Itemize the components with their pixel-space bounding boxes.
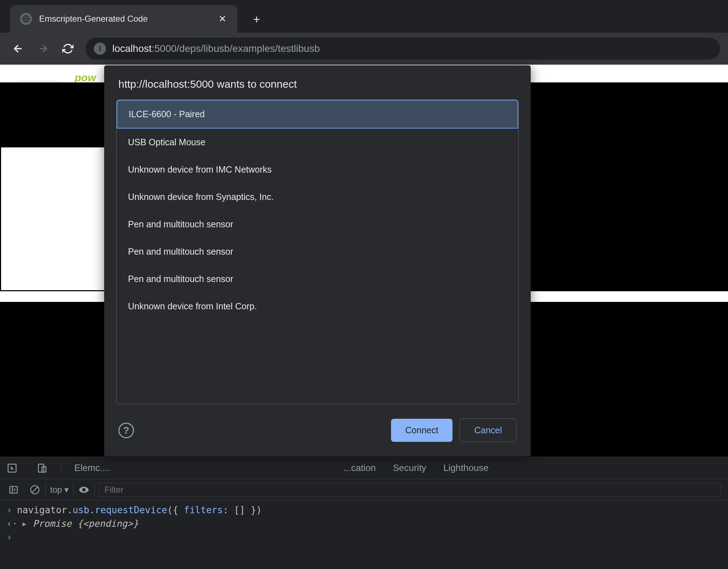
device-item[interactable]: ILCE-6600 - Paired [117,100,518,129]
device-item[interactable]: Pen and multitouch sensor [117,265,518,293]
device-item[interactable]: Unknown device from Synaptics, Inc. [117,183,518,211]
tab-security[interactable]: Security [393,462,426,473]
console-toolbar: top ▾ [0,479,728,500]
prompt-in-icon: › [6,505,12,515]
help-icon[interactable]: ? [118,423,134,438]
inspect-icon[interactable] [6,462,18,475]
new-tab-button[interactable]: + [246,9,267,30]
dialog-title: http://localhost:5000 wants to connect [104,65,531,99]
device-list: ILCE-6600 - Paired USB Optical Mouse Unk… [116,99,519,404]
console-input-line[interactable]: › navigator.usb.requestDevice({ filters:… [0,503,728,517]
device-toggle-icon[interactable] [36,462,48,475]
devtools-tabs: Elemc.... ...cation Security Lighthouse [0,457,728,479]
info-icon[interactable]: i [94,43,106,55]
prompt-in-icon: › [6,532,12,542]
devtools-panel: Elemc.... ...cation Security Lighthouse … [0,457,728,569]
console-prompt-line[interactable]: › [0,530,728,544]
svg-rect-4 [10,486,17,493]
close-icon[interactable]: ✕ [218,14,228,24]
connect-button[interactable]: Connect [391,419,453,442]
console-output-line[interactable]: ‹· ▶ Promise {<pending>} [0,517,728,530]
filter-input[interactable] [99,483,721,497]
device-item[interactable]: Unknown device from IMC Networks [117,156,518,183]
tab-title: Emscripten-Generated Code [39,14,210,24]
expand-icon[interactable]: ▶ [22,520,26,527]
prompt-out-icon: ‹· [6,518,17,529]
eye-icon[interactable] [77,483,90,496]
device-item[interactable]: Pen and multitouch sensor [117,211,518,238]
svg-rect-2 [38,464,44,472]
toolbar: i localhost:5000/deps/libusb/examples/te… [0,33,728,65]
back-button[interactable] [8,38,28,59]
forward-button[interactable] [33,38,53,59]
reload-button[interactable] [58,38,78,59]
cancel-button[interactable]: Cancel [460,418,516,442]
usb-device-dialog: http://localhost:5000 wants to connect I… [104,65,531,456]
browser-tab[interactable]: Emscripten-Generated Code ✕ [10,5,237,33]
globe-icon [20,13,32,25]
device-item[interactable]: Unknown device from Intel Corp. [117,293,518,320]
url-text: localhost:5000/deps/libusb/examples/test… [112,43,320,54]
sidebar-toggle-icon[interactable] [7,483,20,496]
device-item[interactable]: USB Optical Mouse [117,129,518,156]
tab-strip: Emscripten-Generated Code ✕ + [0,0,728,33]
tab-application[interactable]: ...cation [343,462,376,473]
console-output: › navigator.usb.requestDevice({ filters:… [0,500,728,569]
context-selector[interactable]: top ▾ [50,485,69,495]
tab-lighthouse[interactable]: Lighthouse [443,462,488,473]
tab-elements[interactable]: Elemc.... [74,462,110,473]
device-item[interactable]: Pen and multitouch sensor [117,238,518,265]
clear-console-icon[interactable] [28,483,41,496]
address-bar[interactable]: i localhost:5000/deps/libusb/examples/te… [85,38,720,60]
canvas-left-panel [0,146,106,291]
